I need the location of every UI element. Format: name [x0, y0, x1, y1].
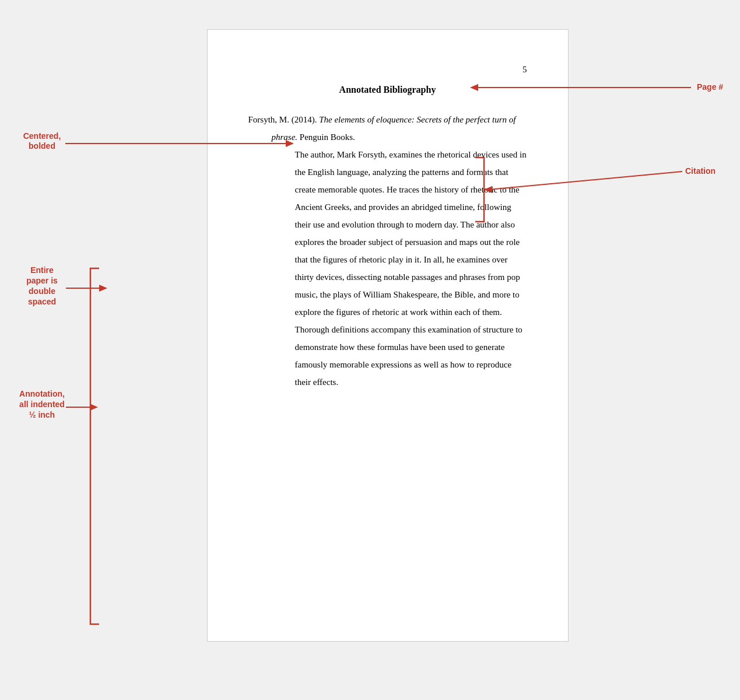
double-spaced-label1: Entire	[30, 265, 54, 275]
page-number-label: Page #	[697, 82, 723, 92]
page-number: 5	[248, 65, 527, 75]
annotation-arrowhead	[90, 404, 98, 411]
outer-container: 5 Annotated Bibliography Forsyth, M. (20…	[0, 12, 740, 700]
citation-publisher: Penguin Books.	[297, 132, 355, 142]
double-spaced-arrowhead	[99, 285, 107, 292]
citation-author: Forsyth, M. (2014).	[248, 115, 320, 124]
annotation-bracket	[90, 268, 99, 624]
annotation-label2: all indented	[19, 400, 65, 409]
double-spaced-label3: double	[29, 286, 55, 296]
double-spaced-label4: spaced	[28, 297, 56, 306]
citation-label: Citation	[685, 166, 716, 176]
citation-block: Forsyth, M. (2014). The elements of eloq…	[248, 111, 527, 146]
paper-title: Annotated Bibliography	[248, 80, 527, 99]
annotation-label3: ½ inch	[29, 410, 55, 419]
annotation-text: The author, Mark Forsyth, examines the r…	[295, 150, 527, 387]
centered-bolded-label2: bolded	[29, 141, 55, 150]
centered-bolded-label: Centered,	[23, 131, 61, 141]
annotation-label1: Annotation,	[19, 389, 65, 398]
paper: 5 Annotated Bibliography Forsyth, M. (20…	[207, 29, 569, 642]
annotation-block: The author, Mark Forsyth, examines the r…	[248, 146, 527, 391]
double-spaced-label2: paper is	[26, 276, 58, 285]
